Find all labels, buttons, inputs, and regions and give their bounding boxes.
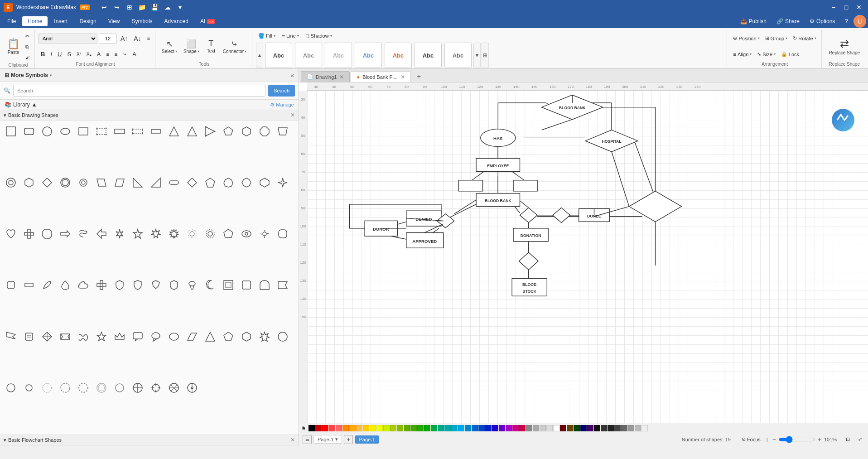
fill-btn[interactable]: 🪣 Fill ▾: [256, 31, 278, 41]
color-lime3[interactable]: [397, 425, 403, 431]
zoom-in-btn[interactable]: +: [817, 436, 822, 443]
close-basic-shapes-btn[interactable]: ✕: [290, 112, 295, 118]
shape-shield2[interactable]: [130, 277, 146, 293]
shape-frame2[interactable]: [238, 277, 255, 293]
help-btn[interactable]: ?: [840, 16, 853, 26]
color-green4[interactable]: [424, 425, 430, 431]
shape-parallelogram3[interactable]: [184, 329, 200, 345]
shape-arrow2[interactable]: [93, 226, 110, 242]
color-mid1[interactable]: [621, 425, 627, 431]
color-light3[interactable]: [641, 425, 648, 431]
minimize-btn[interactable]: −: [828, 2, 839, 13]
shape-drop[interactable]: [57, 277, 73, 293]
shape-triangle2[interactable]: [184, 123, 200, 140]
node-diamond3[interactable]: [553, 208, 570, 222]
shape-wide-rect[interactable]: [111, 123, 128, 140]
shape-speech-bubble[interactable]: [130, 329, 146, 345]
text-align-btn[interactable]: ≡: [145, 34, 152, 43]
tab-bloodbank[interactable]: ● Blood Bank Fl... ✕: [351, 71, 410, 82]
shape-circle[interactable]: [39, 123, 55, 140]
shape-star6[interactable]: [148, 226, 164, 242]
color-blue2[interactable]: [472, 425, 478, 431]
shape-rounded-box[interactable]: [275, 226, 291, 242]
shape-parallelogram[interactable]: [93, 174, 110, 191]
shape-ring3[interactable]: [93, 380, 110, 396]
color-yellow1[interactable]: [363, 425, 369, 431]
shape-octagon[interactable]: [256, 123, 273, 140]
shape-double-rect[interactable]: [39, 329, 55, 345]
color-pointer-btn[interactable]: 🖱: [301, 425, 306, 431]
shape-chamfered[interactable]: [39, 226, 55, 242]
menu-design[interactable]: Design: [74, 16, 101, 26]
more-btn[interactable]: ▾: [175, 2, 186, 13]
color-green3[interactable]: [417, 425, 424, 431]
color-red2[interactable]: [322, 425, 328, 431]
shape-capsule[interactable]: [166, 174, 182, 191]
color-gray3[interactable]: [540, 425, 546, 431]
shape-circle-sm[interactable]: [21, 380, 37, 396]
shape-gear1[interactable]: [202, 226, 218, 242]
shape-star8[interactable]: [256, 329, 273, 345]
shape-double-circle[interactable]: [57, 174, 73, 191]
style-7[interactable]: Abc: [444, 43, 472, 68]
shape-shield[interactable]: [111, 277, 128, 293]
menu-advanced[interactable]: Advanced: [159, 16, 194, 26]
color-purple2[interactable]: [499, 425, 505, 431]
shape-hexagon[interactable]: [238, 123, 255, 140]
new-btn[interactable]: ⊞: [124, 2, 135, 13]
color-teal2[interactable]: [444, 425, 451, 431]
styles-scroll-up[interactable]: ▲: [256, 43, 263, 68]
shape-snake[interactable]: [75, 226, 92, 242]
shape-banner1[interactable]: [275, 277, 291, 293]
color-blue1[interactable]: [465, 425, 471, 431]
shape-frame1[interactable]: [220, 277, 236, 293]
shape-circle2[interactable]: [75, 174, 92, 191]
node-diamond2[interactable]: [520, 208, 538, 222]
color-gray1[interactable]: [526, 425, 532, 431]
zoom-slider[interactable]: [779, 436, 815, 443]
shape-leaf[interactable]: [39, 277, 55, 293]
shape-star7[interactable]: [166, 226, 182, 242]
shape-wavy[interactable]: [75, 329, 92, 345]
connector-btn[interactable]: ⤷ Connector ▾: [220, 34, 249, 58]
shape-star-badge[interactable]: [93, 329, 110, 345]
font-size-increase-btn[interactable]: A↑: [118, 34, 130, 43]
color-gray4[interactable]: [546, 425, 553, 431]
close-flowchart-btn[interactable]: ✕: [290, 437, 295, 443]
color-red1[interactable]: [315, 425, 322, 431]
shape-sunburst[interactable]: [184, 226, 200, 242]
menu-view[interactable]: View: [103, 16, 125, 26]
redo-btn[interactable]: ↪: [111, 2, 122, 13]
shape-round-speech[interactable]: [148, 329, 164, 345]
line-style-btn[interactable]: ━ Line ▾: [280, 31, 301, 41]
shape-arch[interactable]: [256, 277, 273, 293]
shape-pentagon3[interactable]: [220, 329, 236, 345]
shape-star6-1[interactable]: [111, 226, 128, 242]
color-green1[interactable]: [404, 425, 410, 431]
menu-file[interactable]: File: [2, 16, 21, 26]
list-unordered-btn[interactable]: ≡: [112, 49, 120, 59]
shape-ribbon1[interactable]: [57, 329, 73, 345]
tab-add-btn[interactable]: +: [414, 71, 424, 82]
fit-page-btn[interactable]: ⊡: [844, 435, 852, 445]
shape-shield4[interactable]: [166, 277, 182, 293]
shape-moon[interactable]: [202, 277, 218, 293]
shape-ring2[interactable]: [75, 380, 92, 396]
shape-isosceles[interactable]: [202, 329, 218, 345]
shape-pentagon2[interactable]: [202, 174, 218, 191]
font-size-decrease-btn[interactable]: A↓: [131, 34, 143, 43]
color-green2[interactable]: [410, 425, 417, 431]
manage-link[interactable]: ⚙ Manage: [270, 102, 294, 108]
current-page-tab[interactable]: Page-1: [355, 435, 379, 444]
position-btn[interactable]: ⊕ Position ▾: [731, 34, 762, 43]
shape-gear2[interactable]: [256, 226, 273, 242]
color-orange1[interactable]: [342, 425, 349, 431]
library-title[interactable]: 📚 Library ▲: [5, 101, 37, 108]
color-green5[interactable]: [431, 425, 437, 431]
subscript-btn[interactable]: X₂: [84, 49, 94, 59]
options-btn[interactable]: ⚙ Options: [805, 16, 839, 26]
color-lime2[interactable]: [390, 425, 396, 431]
color-darkred[interactable]: [560, 425, 566, 431]
color-red4[interactable]: [336, 425, 342, 431]
font-family-select[interactable]: Arial Times New Roman Calibri: [39, 34, 97, 43]
